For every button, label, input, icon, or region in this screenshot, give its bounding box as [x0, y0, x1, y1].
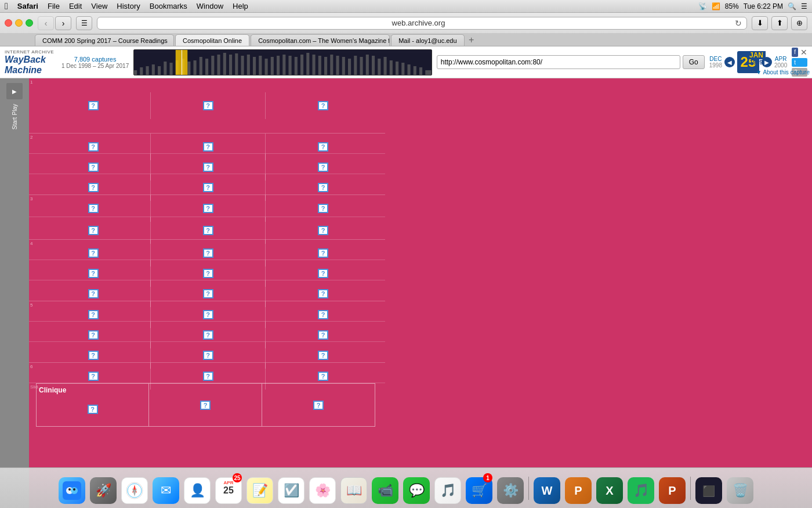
- dock-item-word[interactable]: W: [532, 472, 561, 504]
- download-button[interactable]: ⬇: [752, 16, 768, 30]
- search-icon[interactable]: 🔍: [788, 2, 796, 10]
- clinique-box-3[interactable]: ?: [262, 383, 375, 427]
- qmark: ?: [318, 269, 328, 278]
- menu-history[interactable]: History: [117, 2, 140, 10]
- dock-item-contacts[interactable]: 👤: [183, 472, 212, 504]
- refresh-button[interactable]: ↻: [735, 19, 742, 28]
- wayback-logo[interactable]: INTERNET ARCHIVE WayBackMachine: [5, 49, 57, 75]
- dock-item-itunes[interactable]: 🎵: [433, 472, 462, 504]
- window-controls[interactable]: [5, 19, 33, 27]
- svg-rect-38: [354, 56, 357, 75]
- captures-block: 7,809 captures 1 Dec 1998 – 25 Apr 2017: [61, 56, 129, 69]
- menu-edit[interactable]: Edit: [69, 2, 82, 10]
- close-wayback-button[interactable]: ✕: [800, 48, 807, 57]
- svg-rect-12: [200, 57, 202, 75]
- clinique-box-1[interactable]: Clinique ?: [36, 383, 149, 427]
- maximize-button[interactable]: [26, 19, 33, 27]
- row-label-4: 4: [29, 240, 36, 260]
- menu-window[interactable]: Window: [197, 2, 223, 10]
- menu-bookmarks[interactable]: Bookmarks: [150, 2, 187, 10]
- clinique-box-2[interactable]: ?: [149, 383, 262, 427]
- share-button[interactable]: ⬆: [771, 16, 788, 30]
- captures-count[interactable]: 7,809 captures: [74, 56, 117, 63]
- section-5-row-1: 5 ? ? ?: [29, 301, 385, 322]
- about-capture-link[interactable]: ▼ About this capture: [756, 66, 810, 77]
- tab-1[interactable]: Cosmopolitan Online: [175, 34, 249, 46]
- dock-item-terminal[interactable]: ⬛: [694, 472, 723, 504]
- svg-rect-23: [265, 59, 268, 75]
- dock-item-powerpoint[interactable]: P: [658, 472, 687, 504]
- dock-item-appstore[interactable]: 🛒 1: [465, 472, 494, 504]
- qmark: ?: [203, 289, 213, 298]
- dock-item-notes[interactable]: 📝: [245, 472, 274, 504]
- dock-item-launchpad[interactable]: 🚀: [89, 472, 118, 504]
- facebook-share-button[interactable]: f: [792, 48, 798, 57]
- qmark: ?: [318, 248, 328, 258]
- tab-3[interactable]: Mail - aloy1@uc.edu: [391, 34, 464, 46]
- menu-help[interactable]: Help: [233, 2, 248, 10]
- section-4-row-2: ? ? ?: [29, 260, 385, 280]
- svg-rect-44: [390, 60, 393, 75]
- new-tab-icon[interactable]: +: [466, 34, 477, 46]
- dock-item-facetime[interactable]: 📹: [371, 472, 400, 504]
- browser-tabs: COMM 200 Spring 2017 – Course Readings C…: [0, 33, 812, 46]
- prev-date-button[interactable]: ◀: [724, 57, 735, 67]
- qmark: ?: [318, 204, 328, 213]
- qmark: ?: [88, 248, 99, 258]
- menu-view[interactable]: View: [91, 2, 107, 10]
- tab-2[interactable]: Cosmopolitan.com – The Women's Magazine …: [251, 34, 390, 46]
- cell-1-1[interactable]: ?: [36, 92, 151, 119]
- dock-item-pages[interactable]: P: [564, 472, 593, 504]
- dock-item-calendar[interactable]: APR 25 25: [214, 472, 243, 504]
- cell-1-3[interactable]: ?: [266, 92, 380, 119]
- menu-file[interactable]: File: [48, 2, 60, 10]
- dock-item-finder[interactable]: [57, 472, 86, 504]
- section-6-row-1: 6 ? ? ?: [29, 363, 385, 383]
- dock-item-safari[interactable]: [120, 472, 149, 504]
- minimize-button[interactable]: [15, 19, 23, 27]
- wayback-machine-logo: WayBackMachine: [5, 55, 57, 75]
- back-button[interactable]: ‹: [38, 16, 54, 30]
- qmark: ?: [203, 310, 213, 319]
- dock-item-trash[interactable]: 🗑️: [726, 472, 755, 504]
- sidebar-control-top[interactable]: ▶: [6, 83, 23, 99]
- qmark: ?: [318, 142, 328, 152]
- wayback-url-input[interactable]: [437, 55, 680, 69]
- url-bar[interactable]: web.archive.org ↻: [97, 17, 747, 30]
- dock-item-books[interactable]: 📖: [339, 472, 368, 504]
- qmark: ?: [88, 351, 99, 360]
- wifi-icon[interactable]: 📶: [712, 2, 720, 10]
- dock-item-preferences[interactable]: ⚙️: [496, 472, 525, 504]
- wayback-go-button[interactable]: Go: [683, 55, 705, 69]
- section-5: 5 ? ? ? ? ? ? ? ? ?: [29, 301, 385, 363]
- dock-item-spotify[interactable]: 🎵: [626, 472, 655, 504]
- dock-divider-2: [690, 477, 691, 500]
- internet-archive-text: INTERNET ARCHIVE: [5, 49, 57, 55]
- svg-rect-36: [342, 57, 345, 75]
- dock-divider: [528, 477, 529, 500]
- dock-item-messages[interactable]: 💬: [402, 472, 431, 504]
- tab-0[interactable]: COMM 200 Spring 2017 – Course Readings: [35, 34, 174, 46]
- qmark: ?: [203, 248, 213, 258]
- dock-item-photos[interactable]: 🌸: [308, 472, 337, 504]
- sidebar-toggle-button[interactable]: ☰: [76, 16, 92, 30]
- close-button[interactable]: [5, 19, 12, 27]
- section-1: 1 ? ? ?: [29, 78, 385, 134]
- dock-item-excel[interactable]: X: [595, 472, 624, 504]
- clinique-qmark-2: ?: [200, 401, 211, 410]
- twitter-share-button[interactable]: t: [792, 58, 807, 67]
- airplay-icon[interactable]: 📡: [698, 2, 707, 10]
- new-tab-button[interactable]: ⊕: [791, 16, 807, 30]
- dock-item-mail[interactable]: ✉: [151, 472, 180, 504]
- qmark: ?: [203, 204, 213, 213]
- wayback-timeline[interactable]: [133, 49, 432, 75]
- dock-item-reminders[interactable]: ☑️: [277, 472, 306, 504]
- forward-button[interactable]: ›: [55, 16, 71, 30]
- browser-toolbar: ‹ › ☰ web.archive.org ↻ ⬇ ⬆ ⊕: [0, 13, 812, 33]
- qmark: ?: [88, 372, 99, 381]
- current-month-label: JAN: [747, 51, 766, 59]
- controls-icon[interactable]: ☰: [801, 2, 807, 10]
- cell-1-2[interactable]: ?: [151, 92, 266, 119]
- apple-menu[interactable]: : [5, 1, 8, 12]
- menu-safari[interactable]: Safari: [17, 2, 38, 10]
